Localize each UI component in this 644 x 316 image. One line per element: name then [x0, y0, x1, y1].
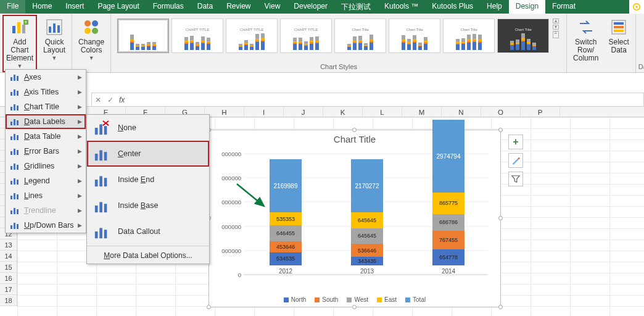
chart-style-thumb-1[interactable]	[117, 19, 169, 53]
switch-row-column-button[interactable]: Switch Row/ Column	[569, 15, 602, 72]
col-header-K[interactable]: K	[323, 107, 363, 117]
col-header-L[interactable]: L	[363, 107, 402, 117]
fx-label[interactable]: fx	[117, 96, 127, 104]
row-header-14[interactable]: 14	[0, 251, 17, 262]
chart-style-thumb-8[interactable]: Chart Title	[497, 19, 549, 53]
tab-design[interactable]: Design	[509, 0, 545, 14]
tab-format[interactable]: Format	[545, 0, 582, 14]
svg-rect-54	[104, 126, 107, 135]
chart-style-thumb-5[interactable]: Chart Title	[334, 19, 386, 53]
legend-item-east[interactable]: East	[377, 296, 397, 303]
chart-style-thumb-2[interactable]: CHART TITLE	[171, 19, 223, 53]
bar-segment-east[interactable]: 865775	[432, 193, 464, 214]
submenu-inside-base[interactable]: Inside Base	[87, 193, 209, 218]
chart-category-2014[interactable]: 65477876745568678686577529747942014	[424, 120, 473, 275]
cancel-icon[interactable]: ✕	[92, 96, 104, 104]
col-header-P[interactable]: P	[521, 107, 560, 117]
bar-segment-north[interactable]: 343435	[351, 257, 383, 265]
tab-view[interactable]: View	[258, 0, 287, 14]
bar-segment-total[interactable]: 2974794	[432, 120, 464, 193]
col-header-O[interactable]: O	[481, 107, 521, 117]
bar-segment-west[interactable]: 645645	[351, 228, 383, 244]
share-icon[interactable]	[629, 0, 644, 14]
row-header-16[interactable]: 16	[0, 273, 17, 284]
tab-kutools-plus[interactable]: Kutools Plus	[425, 0, 480, 14]
add-chart-element-button[interactable]: + Add Chart Element ▼	[2, 15, 37, 72]
bar-segment-south[interactable]: 767455	[432, 231, 464, 249]
quick-layout-button[interactable]: Quick Layout ▼	[39, 15, 69, 72]
menu-chart-title[interactable]: Chart Title▶	[6, 99, 86, 114]
chart-style-thumb-4[interactable]: CHART TITLE	[280, 19, 332, 53]
row-header-17[interactable]: 17	[0, 284, 17, 295]
tab-review[interactable]: Review	[220, 0, 257, 14]
change-colors-button[interactable]: Change Colors ▼	[75, 15, 108, 65]
bar-segment-west[interactable]: 686786	[432, 214, 464, 231]
tab-page-layout[interactable]: Page Layout	[91, 0, 146, 14]
svg-rect-64	[99, 202, 102, 212]
menu-up-down-bars[interactable]: Up/Down Bars▶	[6, 218, 86, 233]
tab-insert[interactable]: Insert	[59, 0, 91, 14]
select-data-button[interactable]: Select Data	[605, 15, 632, 72]
col-header-J[interactable]: J	[284, 107, 323, 117]
menu-axis-titles[interactable]: Axis Titles▶	[6, 85, 86, 99]
svg-rect-20	[14, 75, 15, 81]
row-header-13[interactable]: 13	[0, 239, 17, 251]
submenu-inside-end[interactable]: Inside End	[87, 167, 209, 193]
bar-segment-north[interactable]: 654778	[432, 249, 464, 265]
legend-item-total[interactable]: Total	[405, 296, 426, 303]
chart-style-thumb-7[interactable]: Chart Title	[443, 19, 495, 53]
tab-help[interactable]: Help	[480, 0, 509, 14]
tab-home[interactable]: Home	[25, 0, 59, 14]
bar-segment-total[interactable]: 2170272	[351, 159, 383, 212]
legend-item-south[interactable]: South	[315, 296, 338, 303]
bar-segment-south[interactable]: 453646	[270, 241, 302, 252]
svg-rect-9	[53, 23, 56, 33]
col-header-H[interactable]: H	[205, 107, 244, 117]
chart-object[interactable]: Chart Title 0000000000000000000000000000…	[208, 130, 501, 307]
tab-developer[interactable]: Developer	[287, 0, 334, 14]
bar-segment-north[interactable]: 534535	[270, 252, 302, 265]
tab-formulas[interactable]: Formulas	[146, 0, 191, 14]
row-header-15[interactable]: 15	[0, 262, 17, 273]
chart-style-thumb-3[interactable]: CHART TITLE	[226, 19, 278, 53]
row-header-18[interactable]: 18	[0, 295, 17, 306]
bar-segment-total[interactable]: 2169989	[270, 159, 302, 212]
menu-legend[interactable]: Legend▶	[6, 173, 86, 188]
svg-rect-49	[10, 225, 12, 229]
col-header-M[interactable]: M	[402, 107, 442, 117]
chart-plot-area[interactable]: 5345354536466464555353532169989201234343…	[245, 154, 488, 275]
menu-data-table[interactable]: Data Table▶	[6, 129, 86, 144]
col-header-N[interactable]: N	[442, 107, 481, 117]
more-data-label-options[interactable]: More Data Label Options...	[87, 247, 209, 264]
submenu-none[interactable]: None	[87, 115, 209, 141]
tab--[interactable]: 下拉测试	[334, 0, 378, 14]
col-header-I[interactable]: I	[244, 107, 284, 117]
tab-kutools-[interactable]: Kutools ™	[378, 0, 425, 14]
bar-segment-east[interactable]: 645645	[351, 212, 383, 228]
tab-data[interactable]: Data	[191, 0, 220, 14]
style-gallery-dropdown[interactable]: ▴▾≡	[551, 19, 560, 38]
menu-lines[interactable]: Lines▶	[6, 188, 86, 203]
chart-category-2012[interactable]: 53453545364664645553535321699892012	[261, 159, 310, 275]
chart-styles-label: Chart Styles	[114, 62, 564, 72]
submenu-data-callout[interactable]: Data Callout	[87, 218, 209, 244]
chart-elements-button[interactable]: +	[508, 135, 523, 149]
menu-data-labels[interactable]: Data Labels▶	[6, 114, 86, 129]
chart-style-thumb-6[interactable]: Chart Title	[389, 19, 440, 53]
tab-file[interactable]: File	[0, 0, 25, 14]
chart-styles-button[interactable]	[508, 153, 523, 168]
menu-error-bars[interactable]: Error Bars▶	[6, 144, 86, 159]
bar-segment-south[interactable]: 536646	[351, 244, 383, 257]
submenu-center[interactable]: Center	[87, 141, 209, 167]
legend-item-west[interactable]: West	[347, 296, 368, 303]
chart-filters-button[interactable]	[508, 172, 523, 186]
bar-segment-west[interactable]: 646455	[270, 225, 302, 241]
chart-style-gallery[interactable]: CHART TITLECHART TITLECHART TITLEChart T…	[114, 15, 564, 53]
menu-gridlines[interactable]: Gridlines▶	[6, 159, 86, 173]
chart-legend[interactable]: NorthSouthWestEastTotal	[209, 296, 500, 303]
bar-segment-east[interactable]: 535353	[270, 212, 302, 225]
enter-icon[interactable]: ✓	[104, 96, 117, 104]
legend-item-north[interactable]: North	[284, 296, 306, 303]
chart-category-2013[interactable]: 34343553664664564564564521702722013	[342, 159, 392, 275]
menu-axes[interactable]: Axes▶	[6, 70, 86, 85]
